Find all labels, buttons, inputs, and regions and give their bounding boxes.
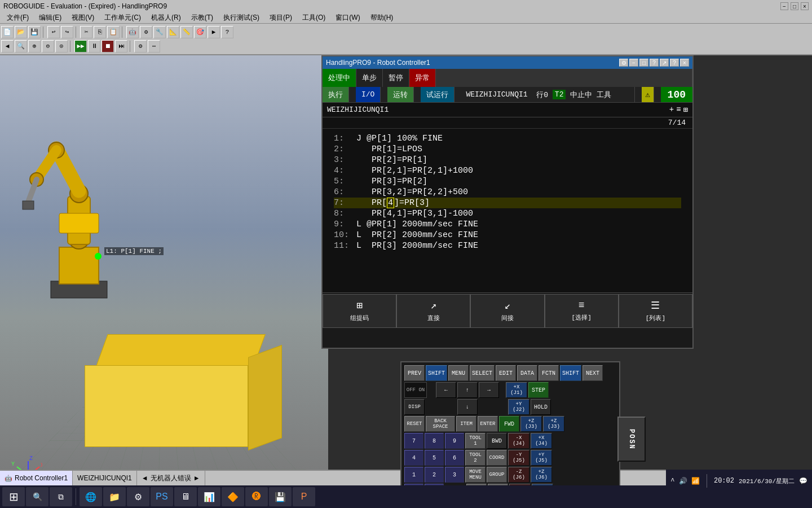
- tb2-3[interactable]: ⊕: [28, 40, 41, 52]
- tb-robot6[interactable]: 🎯: [194, 26, 206, 38]
- tp-step[interactable]: STEP: [528, 382, 549, 398]
- menu-edit[interactable]: 编辑(E): [34, 12, 66, 23]
- tp-4[interactable]: 4: [404, 450, 423, 466]
- close-button[interactable]: ×: [801, 2, 809, 10]
- menu-file[interactable]: 文件(F): [2, 12, 33, 23]
- tp-fwd[interactable]: FWD: [499, 416, 519, 432]
- tp-hold[interactable]: HOLD: [531, 399, 551, 415]
- rc-btn-group[interactable]: ⊞ 组提码: [323, 294, 396, 328]
- rc-expand-icon[interactable]: ⊞: [683, 105, 688, 115]
- tp-7[interactable]: 7: [404, 433, 423, 449]
- rc-zoom-in[interactable]: +: [669, 105, 674, 115]
- tp-j6-minus[interactable]: -Z(J6): [508, 467, 529, 483]
- tb-help[interactable]: ?: [221, 26, 233, 38]
- tp-up-arrow[interactable]: ↑: [457, 382, 478, 398]
- rc-transport-btn[interactable]: 运转: [387, 87, 414, 102]
- rc-btn-indirect[interactable]: ↙ 间接: [470, 294, 544, 328]
- rc-status-error[interactable]: 异常: [409, 69, 436, 87]
- menu-view[interactable]: 视图(V): [67, 12, 99, 23]
- rc-status-single[interactable]: 单步: [356, 69, 383, 87]
- taskbar-app4[interactable]: 🅡: [245, 487, 268, 506]
- tb-copy[interactable]: ⎘: [94, 26, 106, 38]
- tp-6[interactable]: 6: [445, 450, 464, 466]
- tp-select[interactable]: SELECT: [470, 365, 495, 381]
- tp-y-plus[interactable]: +Y(J2): [508, 399, 529, 415]
- taskbar-ps[interactable]: PS: [151, 487, 173, 506]
- tp-menu[interactable]: MENU: [448, 365, 469, 381]
- taskbar-app5[interactable]: 💾: [269, 487, 292, 506]
- tp-item[interactable]: ITEM: [456, 416, 476, 432]
- rc-btn6[interactable]: ?: [670, 59, 679, 67]
- tp-z-plus[interactable]: +Z(J3): [520, 416, 542, 432]
- tp-shift-left[interactable]: SHIFT: [426, 365, 447, 381]
- tp-z-plus2[interactable]: +Z(J3): [543, 416, 564, 432]
- tb2-5[interactable]: ⊙: [55, 40, 68, 52]
- maximize-button[interactable]: □: [791, 2, 798, 10]
- tb-robot1[interactable]: 🤖: [126, 26, 139, 38]
- tb-open[interactable]: 📂: [15, 26, 27, 38]
- rc-btn-list[interactable]: ☰ [列表]: [619, 294, 692, 328]
- tb-robot3[interactable]: 🔧: [153, 26, 166, 38]
- rc-btn-select[interactable]: ≡ [选择]: [545, 294, 619, 328]
- tp-j5-plus[interactable]: +Y(J5): [531, 450, 552, 466]
- search-button[interactable]: 🔍: [26, 487, 48, 506]
- tp-down-arrow[interactable]: ↓: [457, 399, 478, 415]
- tp-j4-minus[interactable]: -X(J4): [508, 433, 529, 449]
- tp-coord[interactable]: COORD: [487, 450, 507, 466]
- tp-5[interactable]: 5: [425, 450, 444, 466]
- taskbar-app1[interactable]: 🖥: [174, 487, 197, 506]
- taskbar-app3[interactable]: 🔶: [222, 487, 244, 506]
- tp-backspace[interactable]: BACKSPACE: [426, 416, 455, 432]
- tp-1[interactable]: 1: [404, 467, 423, 483]
- taskview-button[interactable]: ⧉: [50, 487, 72, 506]
- tp-prev[interactable]: PREV: [404, 365, 425, 381]
- tb-cut[interactable]: ✂: [80, 26, 92, 38]
- rc-menu-icon[interactable]: ≡: [676, 105, 681, 115]
- tp-left-arrow[interactable]: ←: [436, 382, 456, 398]
- rc-btn4[interactable]: ?: [650, 59, 659, 67]
- rc-status-processing[interactable]: 处理中: [323, 69, 356, 87]
- menu-project[interactable]: 项目(P): [265, 12, 297, 23]
- rc-code-area[interactable]: 1:J @P[1] 100% FINE 2: PR[1]=LPOS 3: PR[…: [323, 129, 692, 292]
- tp-2[interactable]: 2: [425, 467, 444, 483]
- tb-robot4[interactable]: 📐: [167, 26, 179, 38]
- tp-next[interactable]: NEXT: [582, 365, 603, 381]
- tp-reset[interactable]: RESET: [404, 416, 425, 432]
- tp-edit[interactable]: EDIT: [496, 365, 516, 381]
- tb2-pause[interactable]: ⏸: [88, 40, 100, 52]
- start-button[interactable]: ⊞: [2, 487, 25, 506]
- tb-robot7[interactable]: ▶: [208, 26, 220, 38]
- rc-status-pause[interactable]: 暂停: [383, 69, 409, 87]
- tp-j6-plus[interactable]: +Z(J6): [531, 467, 552, 483]
- taskbar-edge[interactable]: 🌐: [80, 487, 102, 506]
- 3d-viewport[interactable]: L1: P[1] FINE ; X Y Z: [0, 55, 328, 492]
- tb2-more[interactable]: ⋯: [148, 40, 160, 52]
- tb-new[interactable]: 📄: [1, 26, 14, 38]
- tb-redo[interactable]: ↪: [61, 26, 73, 38]
- tp-j5-minus[interactable]: -Y(J5): [508, 450, 529, 466]
- tp-tool1[interactable]: TOOL1: [465, 433, 486, 449]
- tb-save[interactable]: 💾: [28, 26, 41, 38]
- rc-exec-btn[interactable]: 执行: [323, 87, 349, 102]
- rc-settings-btn[interactable]: ⚙: [619, 59, 628, 67]
- tp-disp[interactable]: DISP: [404, 399, 425, 415]
- tb2-settings[interactable]: ⚙: [134, 40, 147, 52]
- tp-enter[interactable]: ENTER: [478, 416, 498, 432]
- menu-window[interactable]: 窗口(W): [331, 12, 364, 23]
- tp-power-switch[interactable]: OFF ON: [404, 382, 427, 398]
- tp-9[interactable]: 9: [445, 433, 464, 449]
- tp-tool2[interactable]: TOOL2: [465, 450, 486, 466]
- rc-minimize-btn[interactable]: −: [629, 59, 638, 67]
- rc-trial-btn[interactable]: 试运行: [421, 87, 454, 102]
- tb-undo[interactable]: ↩: [47, 26, 60, 38]
- tp-group[interactable]: GROUP: [487, 467, 507, 483]
- rc-btn3[interactable]: □: [639, 59, 648, 67]
- tb-robot2[interactable]: ⚙: [140, 26, 152, 38]
- menu-tools[interactable]: 工具(O): [298, 12, 330, 23]
- tp-move-menu[interactable]: MOVEMENU: [465, 467, 486, 483]
- tb2-step[interactable]: ⏭: [115, 40, 127, 52]
- taskbar-powerpoint[interactable]: P: [293, 487, 315, 506]
- tp-shift-right[interactable]: SHIFT: [560, 365, 581, 381]
- menu-robot[interactable]: 机器人(R): [147, 12, 186, 23]
- menu-workcell[interactable]: 工作单元(C): [100, 12, 145, 23]
